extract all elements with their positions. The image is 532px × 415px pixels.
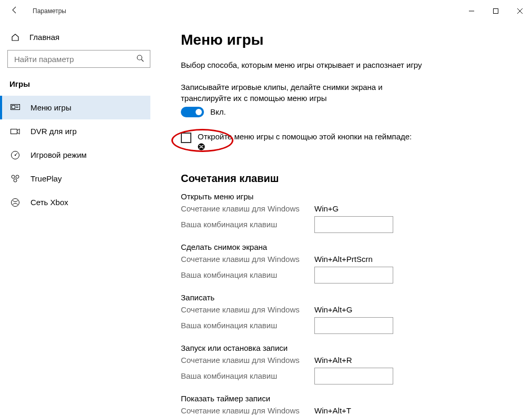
shortcuts-heading: Сочетания клавиш	[181, 173, 511, 185]
home-icon	[11, 33, 20, 42]
maximize-button[interactable]	[484, 3, 508, 19]
svg-point-16	[14, 179, 17, 182]
shortcut-custom-input[interactable]	[314, 267, 393, 284]
game-bar-icon	[11, 103, 20, 113]
svg-point-4	[137, 55, 142, 60]
shortcut-title: Сделать снимок экрана	[181, 242, 511, 251]
shortcut-windows-label: Сочетание клавиш для Windows	[181, 406, 314, 415]
sidebar-item-game-bar[interactable]: Меню игры	[0, 96, 150, 119]
back-button[interactable]	[11, 6, 19, 16]
svg-rect-9	[16, 107, 18, 108]
sidebar-home-label: Главная	[29, 33, 59, 42]
trueplay-icon	[11, 174, 20, 184]
shortcut-windows-value: Win+G	[314, 204, 339, 213]
search-box[interactable]	[7, 50, 150, 68]
shortcut-group-screenshot: Сделать снимок экрана Сочетание клавиш д…	[181, 242, 511, 284]
svg-point-13	[15, 154, 16, 155]
svg-rect-10	[11, 129, 17, 134]
sidebar-item-trueplay[interactable]: TruePlay	[0, 167, 150, 190]
shortcut-windows-label: Сочетание клавиш для Windows	[181, 204, 314, 213]
main-content: Меню игры Выбор способа, которым меню иг…	[158, 22, 532, 415]
svg-point-15	[16, 175, 19, 178]
controller-open-checkbox[interactable]	[181, 133, 191, 143]
shortcut-custom-input[interactable]	[314, 317, 393, 334]
search-icon	[136, 54, 145, 64]
shortcut-windows-value: Win+Alt+T	[314, 406, 351, 415]
gauge-icon	[11, 150, 20, 160]
shortcut-windows-label: Сочетание клавиш для Windows	[181, 356, 314, 365]
svg-point-17	[12, 198, 19, 206]
toggle-knob	[196, 109, 202, 115]
toggle-label: Вкл.	[210, 107, 226, 116]
title-bar: Параметры	[0, 0, 532, 22]
svg-point-14	[12, 175, 15, 178]
shortcut-custom-input[interactable]	[314, 368, 393, 384]
search-input[interactable]	[13, 54, 134, 64]
svg-rect-8	[16, 106, 18, 106]
sidebar-item-label: TruePlay	[30, 174, 62, 183]
game-bar-toggle[interactable]	[181, 107, 204, 117]
window-title: Параметры	[33, 7, 66, 15]
shortcut-custom-input[interactable]	[314, 216, 393, 233]
svg-line-5	[141, 59, 144, 62]
sidebar-item-label: Сеть Xbox	[30, 198, 68, 207]
shortcut-windows-value: Win+Alt+PrtScrn	[314, 255, 373, 264]
dvr-icon	[11, 127, 20, 136]
svg-rect-7	[12, 105, 15, 108]
sidebar-item-label: Игровой режим	[30, 150, 87, 159]
shortcut-group-open-game-bar: Открыть меню игры Сочетание клавиш для W…	[181, 192, 511, 233]
minimize-button[interactable]	[459, 3, 484, 19]
page-description: Выбор способа, которым меню игры открыва…	[181, 60, 433, 70]
shortcut-title: Запуск или остановка записи	[181, 343, 511, 352]
shortcut-windows-label: Сочетание клавиш для Windows	[181, 305, 314, 314]
toggle-description: Записывайте игровые клипы, делайте снимк…	[181, 82, 433, 104]
shortcut-windows-value: Win+Alt+R	[314, 356, 352, 365]
shortcut-group-show-timer: Показать таймер записи Сочетание клавиш …	[181, 394, 511, 415]
sidebar-home[interactable]: Главная	[7, 28, 150, 46]
shortcut-title: Записать	[181, 293, 511, 302]
shortcut-windows-value: Win+Alt+G	[314, 305, 353, 314]
shortcut-title: Показать таймер записи	[181, 394, 511, 403]
xbox-button-icon	[198, 143, 412, 151]
close-button[interactable]	[508, 3, 532, 19]
controller-open-label: Откройте меню игры с помощью этой кнопки…	[198, 132, 412, 141]
shortcut-custom-label: Ваша комбинация клавиш	[181, 270, 314, 279]
sidebar-category: Игры	[9, 79, 150, 88]
sidebar-item-label: DVR для игр	[30, 127, 77, 136]
shortcut-custom-label: Ваша комбинация клавиш	[181, 220, 314, 229]
svg-point-18	[198, 143, 205, 150]
xbox-icon	[11, 198, 20, 207]
sidebar-item-dvr[interactable]: DVR для игр	[0, 119, 150, 143]
shortcut-title: Открыть меню игры	[181, 192, 511, 201]
shortcut-custom-label: Ваша комбинация клавиш	[181, 371, 314, 380]
sidebar-item-label: Меню игры	[30, 103, 71, 112]
sidebar-item-xbox-network[interactable]: Сеть Xbox	[0, 190, 150, 214]
sidebar: Главная Игры Меню игры DVR для игр	[0, 22, 158, 415]
shortcut-custom-label: Ваша комбинация клавиш	[181, 321, 314, 330]
page-title: Меню игры	[181, 32, 511, 48]
shortcut-group-record: Записать Сочетание клавиш для Windows Wi…	[181, 293, 511, 334]
shortcut-windows-label: Сочетание клавиш для Windows	[181, 255, 314, 264]
shortcut-group-start-stop-recording: Запуск или остановка записи Сочетание кл…	[181, 343, 511, 384]
svg-rect-1	[494, 9, 498, 14]
sidebar-item-game-mode[interactable]: Игровой режим	[0, 143, 150, 167]
